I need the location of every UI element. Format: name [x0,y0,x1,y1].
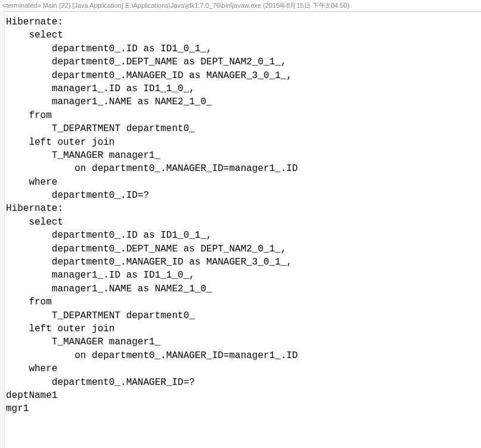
console-line: manager1_.NAME as NAME2_1_0_ [6,95,481,108]
console-line: on department0_.MANAGER_ID=manager1_.ID [6,349,481,362]
console-line: T_MANAGER manager1_ [6,149,481,162]
console-line: from [6,109,481,122]
console-line: from [6,295,481,309]
console-line: select [6,29,481,42]
console-line: department0_.ID as ID1_0_1_, [6,42,481,55]
console-line: select [6,216,481,229]
console-line: mgr1 [6,402,481,415]
console-line: T_DEPARTMENT department0_ [6,309,481,322]
console-line: department0_.MANAGER_ID as MANAGER_3_0_1… [6,69,481,82]
ruler-gutter [0,11,5,448]
console-line: deptName1 [6,389,481,402]
console-line: Hibernate: [6,202,481,215]
console-line: T_DEPARTMENT department0_ [6,122,481,135]
console-line: Hibernate: [6,15,481,29]
console-line: department0_.ID as ID1_0_1_, [6,229,481,242]
console-output[interactable]: Hibernate: select department0_.ID as ID1… [5,12,481,419]
console-line: left outer join [6,136,481,149]
console-line: department0_.MANAGER_ID as MANAGER_3_0_1… [6,256,481,269]
console-line: department0_.ID=? [6,189,481,202]
console-line: manager1_.ID as ID1_1_0_, [6,82,481,95]
console-line: department0_.DEPT_NAME as DEPT_NAM2_0_1_… [6,55,481,69]
console-line: where [6,176,481,189]
console-line: where [6,362,481,375]
console-line: department0_.DEPT_NAME as DEPT_NAM2_0_1_… [6,242,481,256]
console-line: manager1_.ID as ID1_1_0_, [6,269,481,282]
console-line: on department0_.MANAGER_ID=manager1_.ID [6,162,481,175]
console-line: T_MANAGER manager1_ [6,335,481,349]
console-line: manager1_.NAME as NAME2_1_0_ [6,282,481,295]
console-line: department0_.MANAGER_ID=? [6,376,481,389]
console-line: left outer join [6,322,481,335]
console-header: <terminated> Main (22) [Java Application… [0,0,481,12]
